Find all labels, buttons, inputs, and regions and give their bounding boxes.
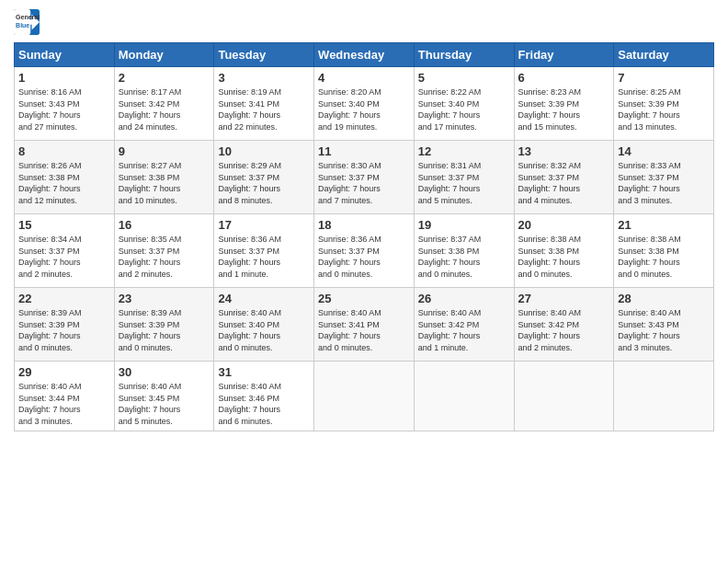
calendar-cell: 28Sunrise: 8:40 AM Sunset: 3:43 PM Dayli…: [614, 288, 714, 362]
calendar-cell: 8Sunrise: 8:26 AM Sunset: 3:38 PM Daylig…: [15, 141, 115, 214]
calendar-cell: 29Sunrise: 8:40 AM Sunset: 3:44 PM Dayli…: [15, 362, 115, 431]
calendar-cell: 9Sunrise: 8:27 AM Sunset: 3:38 PM Daylig…: [114, 141, 214, 214]
day-number: 31: [218, 365, 310, 379]
header-wednesday: Wednesday: [314, 43, 415, 67]
calendar-cell: 12Sunrise: 8:31 AM Sunset: 3:37 PM Dayli…: [414, 141, 514, 214]
day-number: 16: [119, 218, 210, 232]
day-number: 27: [518, 292, 610, 305]
day-number: 5: [418, 71, 510, 85]
day-info: Sunrise: 8:16 AM Sunset: 3:43 PM Dayligh…: [18, 86, 110, 132]
calendar-cell: 3Sunrise: 8:19 AM Sunset: 3:41 PM Daylig…: [214, 67, 314, 141]
day-info: Sunrise: 8:36 AM Sunset: 3:37 PM Dayligh…: [318, 234, 410, 280]
day-number: 3: [218, 71, 310, 85]
day-number: 10: [218, 144, 310, 158]
calendar-cell: 18Sunrise: 8:36 AM Sunset: 3:37 PM Dayli…: [314, 214, 415, 288]
day-number: 20: [518, 218, 610, 232]
day-number: 25: [318, 292, 410, 305]
header-monday: Monday: [114, 43, 214, 67]
calendar-cell: 2Sunrise: 8:17 AM Sunset: 3:42 PM Daylig…: [114, 67, 214, 141]
header-tuesday: Tuesday: [214, 43, 314, 67]
day-info: Sunrise: 8:29 AM Sunset: 3:37 PM Dayligh…: [218, 160, 310, 206]
calendar-cell: 19Sunrise: 8:37 AM Sunset: 3:38 PM Dayli…: [414, 214, 514, 288]
day-number: 2: [119, 71, 210, 85]
day-info: Sunrise: 8:31 AM Sunset: 3:37 PM Dayligh…: [418, 160, 510, 206]
day-number: 17: [218, 218, 310, 232]
calendar-cell: 23Sunrise: 8:39 AM Sunset: 3:39 PM Dayli…: [114, 288, 214, 362]
day-info: Sunrise: 8:20 AM Sunset: 3:40 PM Dayligh…: [318, 86, 410, 132]
day-number: 22: [18, 292, 110, 305]
day-info: Sunrise: 8:25 AM Sunset: 3:39 PM Dayligh…: [618, 86, 710, 132]
day-number: 19: [418, 218, 510, 232]
calendar-cell: 16Sunrise: 8:35 AM Sunset: 3:37 PM Dayli…: [114, 214, 214, 288]
day-number: 21: [618, 218, 710, 232]
day-info: Sunrise: 8:37 AM Sunset: 3:38 PM Dayligh…: [418, 234, 510, 280]
calendar-cell: 7Sunrise: 8:25 AM Sunset: 3:39 PM Daylig…: [614, 67, 714, 141]
day-number: 13: [518, 144, 610, 158]
calendar-cell: 30Sunrise: 8:40 AM Sunset: 3:45 PM Dayli…: [114, 362, 214, 431]
day-info: Sunrise: 8:36 AM Sunset: 3:37 PM Dayligh…: [218, 234, 310, 280]
day-number: 4: [318, 71, 410, 85]
day-info: Sunrise: 8:40 AM Sunset: 3:44 PM Dayligh…: [18, 381, 110, 427]
day-info: Sunrise: 8:19 AM Sunset: 3:41 PM Dayligh…: [218, 86, 310, 132]
day-info: Sunrise: 8:30 AM Sunset: 3:37 PM Dayligh…: [318, 160, 410, 206]
calendar-cell: [314, 362, 415, 431]
day-number: 23: [119, 292, 210, 305]
day-number: 15: [18, 218, 110, 232]
svg-text:Blue: Blue: [16, 22, 29, 29]
calendar-table: SundayMondayTuesdayWednesdayThursdayFrid…: [14, 42, 714, 431]
calendar-cell: 17Sunrise: 8:36 AM Sunset: 3:37 PM Dayli…: [214, 214, 314, 288]
calendar-cell: 1Sunrise: 8:16 AM Sunset: 3:43 PM Daylig…: [15, 67, 115, 141]
day-info: Sunrise: 8:23 AM Sunset: 3:39 PM Dayligh…: [518, 86, 610, 132]
calendar-cell: 20Sunrise: 8:38 AM Sunset: 3:38 PM Dayli…: [514, 214, 614, 288]
header-saturday: Saturday: [614, 43, 714, 67]
day-number: 7: [618, 71, 710, 85]
day-number: 26: [418, 292, 510, 305]
svg-text:General: General: [16, 14, 40, 20]
day-number: 14: [618, 144, 710, 158]
page-header: General Blue: [14, 9, 714, 35]
day-number: 6: [518, 71, 610, 85]
day-number: 30: [119, 365, 210, 379]
header-thursday: Thursday: [414, 43, 514, 67]
logo: General Blue: [14, 9, 40, 35]
day-number: 29: [18, 365, 110, 379]
day-info: Sunrise: 8:39 AM Sunset: 3:39 PM Dayligh…: [119, 307, 210, 353]
calendar-cell: [514, 362, 614, 431]
day-info: Sunrise: 8:33 AM Sunset: 3:37 PM Dayligh…: [618, 160, 710, 206]
day-info: Sunrise: 8:38 AM Sunset: 3:38 PM Dayligh…: [518, 234, 610, 280]
header-sunday: Sunday: [15, 43, 115, 67]
day-info: Sunrise: 8:35 AM Sunset: 3:37 PM Dayligh…: [119, 234, 210, 280]
day-number: 8: [18, 144, 110, 158]
calendar-cell: 13Sunrise: 8:32 AM Sunset: 3:37 PM Dayli…: [514, 141, 614, 214]
day-info: Sunrise: 8:40 AM Sunset: 3:42 PM Dayligh…: [418, 307, 510, 353]
day-number: 28: [618, 292, 710, 305]
day-number: 9: [119, 144, 210, 158]
calendar-cell: 31Sunrise: 8:40 AM Sunset: 3:46 PM Dayli…: [214, 362, 314, 431]
calendar-cell: 6Sunrise: 8:23 AM Sunset: 3:39 PM Daylig…: [514, 67, 614, 141]
calendar-cell: 11Sunrise: 8:30 AM Sunset: 3:37 PM Dayli…: [314, 141, 415, 214]
calendar-cell: 5Sunrise: 8:22 AM Sunset: 3:40 PM Daylig…: [414, 67, 514, 141]
day-number: 24: [218, 292, 310, 305]
calendar-cell: [414, 362, 514, 431]
calendar-cell: 14Sunrise: 8:33 AM Sunset: 3:37 PM Dayli…: [614, 141, 714, 214]
calendar-cell: 26Sunrise: 8:40 AM Sunset: 3:42 PM Dayli…: [414, 288, 514, 362]
calendar-cell: 24Sunrise: 8:40 AM Sunset: 3:40 PM Dayli…: [214, 288, 314, 362]
day-info: Sunrise: 8:22 AM Sunset: 3:40 PM Dayligh…: [418, 86, 510, 132]
day-info: Sunrise: 8:39 AM Sunset: 3:39 PM Dayligh…: [18, 307, 110, 353]
day-number: 11: [318, 144, 410, 158]
day-info: Sunrise: 8:40 AM Sunset: 3:45 PM Dayligh…: [119, 381, 210, 427]
day-info: Sunrise: 8:17 AM Sunset: 3:42 PM Dayligh…: [119, 86, 210, 132]
day-info: Sunrise: 8:34 AM Sunset: 3:37 PM Dayligh…: [18, 234, 110, 280]
day-info: Sunrise: 8:27 AM Sunset: 3:38 PM Dayligh…: [119, 160, 210, 206]
calendar-cell: 27Sunrise: 8:40 AM Sunset: 3:42 PM Dayli…: [514, 288, 614, 362]
calendar-header-row: SundayMondayTuesdayWednesdayThursdayFrid…: [15, 43, 714, 67]
calendar-cell: 4Sunrise: 8:20 AM Sunset: 3:40 PM Daylig…: [314, 67, 415, 141]
day-info: Sunrise: 8:40 AM Sunset: 3:41 PM Dayligh…: [318, 307, 410, 353]
header-friday: Friday: [514, 43, 614, 67]
day-info: Sunrise: 8:32 AM Sunset: 3:37 PM Dayligh…: [518, 160, 610, 206]
day-info: Sunrise: 8:38 AM Sunset: 3:38 PM Dayligh…: [618, 234, 710, 280]
calendar-cell: 15Sunrise: 8:34 AM Sunset: 3:37 PM Dayli…: [15, 214, 115, 288]
calendar-cell: 22Sunrise: 8:39 AM Sunset: 3:39 PM Dayli…: [15, 288, 115, 362]
calendar-cell: 25Sunrise: 8:40 AM Sunset: 3:41 PM Dayli…: [314, 288, 415, 362]
logo-icon: General Blue: [14, 9, 40, 35]
